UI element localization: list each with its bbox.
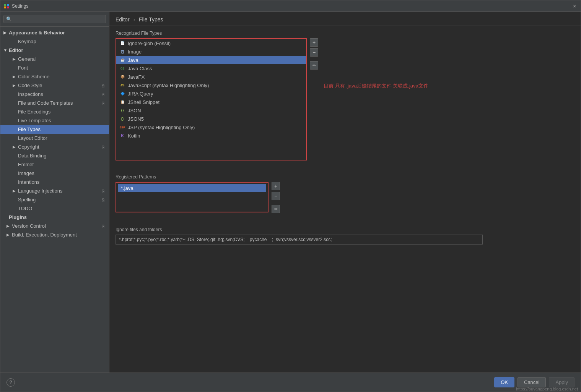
label-javascript: JavaScript (syntax Highlighting Only) [128,83,209,88]
copy-icon-versioncontrol: ⎘ [102,224,104,228]
sidebar-item-inspections[interactable]: Inspections ⎘ [0,90,109,99]
svg-rect-2 [4,6,6,8]
sidebar-item-todo[interactable]: TODO [0,204,109,213]
label-jshellsnippet: JShell Snippet [128,99,159,105]
sidebar-item-font[interactable]: Font [0,63,109,72]
svg-rect-0 [4,4,6,6]
content-body: Recognized File Types 📄 Ignore-glob (Fos… [109,26,581,373]
ok-button[interactable]: OK [494,377,514,387]
sidebar-label-appearance: Appearance & Behavior [9,30,65,36]
list-item-kotlin[interactable]: K Kotlin [116,131,306,140]
remove-pattern-button[interactable]: − [272,192,280,200]
list-item-json5[interactable]: {} JSON5 [116,115,306,123]
sidebar-item-intentions[interactable]: Intentions [0,178,109,186]
sidebar-label-fileandcode: File and Code Templates [18,100,73,106]
list-item-jsp[interactable]: JSP JSP (syntax Highlighting Only) [116,123,306,131]
icon-java: ☕ [119,57,125,63]
registered-patterns-section: Registered Patterns *.java + − [116,174,574,213]
sidebar-item-editor[interactable]: ▼ Editor [0,46,109,55]
sidebar-item-layouteditor[interactable]: Layout Editor [0,134,109,143]
label-java: Java [128,57,138,63]
svg-rect-1 [7,4,9,6]
list-item-jshellsnippet[interactable]: 📋 JShell Snippet [116,98,306,106]
sidebar-item-fileencodings[interactable]: File Encodings [0,107,109,116]
sidebar-item-versioncontrol[interactable]: ▶ Version Control ⎘ [0,222,109,230]
close-button[interactable]: × [571,3,578,9]
sidebar-label-filetypes: File Types [18,126,41,132]
sidebar-label-spelling: Spelling [18,197,36,202]
content-area: Editor › File Types Recognized File Type… [109,12,581,373]
help-button[interactable]: ? [7,378,15,387]
sidebar-item-emmet[interactable]: Emmet [0,160,109,169]
sidebar-nav: ▶ Appearance & Behavior Keymap ▼ Editor … [0,27,109,373]
list-item-javaclass[interactable]: 01 Java Class [116,64,306,73]
file-types-row: 📄 Ignore-glob (Fossil) 🖼 Image [116,38,574,160]
sidebar-item-plugins[interactable]: Plugins [0,213,109,222]
list-item-json[interactable]: {} JSON [116,106,306,115]
search-input[interactable] [13,16,103,22]
footer-left: ? [7,378,491,387]
arrow-editor-icon: ▼ [3,48,7,52]
label-json: JSON [128,108,141,113]
sidebar-item-appearance[interactable]: ▶ Appearance & Behavior [0,28,109,37]
add-file-type-button[interactable]: + [310,38,318,47]
edit-pattern-button[interactable]: ✏ [272,205,280,213]
sidebar-item-spelling[interactable]: Spelling ⎘ [0,195,109,204]
sidebar-item-copyright[interactable]: ▶ Copyright ⎘ [0,143,109,151]
sidebar-label-todo: TODO [18,206,32,211]
file-types-list[interactable]: 📄 Ignore-glob (Fossil) 🖼 Image [116,38,307,160]
copy-icon-spelling: ⎘ [102,198,104,202]
label-kotlin: Kotlin [128,133,140,139]
sidebar: 🔍 ▶ Appearance & Behavior Keymap ▼ [0,12,109,373]
sidebar-item-databinding[interactable]: Data Binding [0,151,109,160]
left-panel: Recognized File Types 📄 Ignore-glob (Fos… [116,31,574,368]
list-item-jiraquery[interactable]: 🔷 JIRA Query [116,89,306,98]
file-types-controls: + − ✏ [310,38,318,70]
sidebar-item-colorscheme[interactable]: ▶ Color Scheme [0,72,109,81]
search-wrapper[interactable]: 🔍 [3,15,106,23]
sidebar-item-general[interactable]: ▶ General [0,55,109,63]
list-item-javafx[interactable]: 📦 JavaFX [116,73,306,81]
list-item-java[interactable]: ☕ Java [116,56,306,64]
icon-ignoreglobfossil: 📄 [119,40,125,46]
sidebar-label-keymap: Keymap [18,39,36,44]
svg-rect-3 [7,6,9,8]
sidebar-item-keymap[interactable]: Keymap [0,37,109,46]
icon-json5: {} [119,116,125,122]
patterns-list[interactable]: *.java [116,182,269,212]
arrow-general-icon: ▶ [13,57,16,61]
sidebar-label-general: General [18,56,36,62]
sidebar-item-build[interactable]: ▶ Build, Execution, Deployment [0,230,109,239]
ignore-input[interactable]: *.hprof;*.pyc;*.pyo;*.rbc;*.yarb;*~;.DS_… [116,235,483,245]
window-title: Settings [12,3,571,9]
list-item-javascript[interactable]: JS JavaScript (syntax Highlighting Only) [116,81,306,89]
list-item-image[interactable]: 🖼 Image [116,47,306,56]
copy-icon-langinjections: ⎘ [102,189,104,193]
arrow-color-icon: ▶ [13,75,16,79]
label-pattern-java: *.java [121,185,133,191]
sidebar-item-images[interactable]: Images [0,169,109,178]
sidebar-label-codestyle: Code Style [18,83,42,88]
list-item-ignoreglobfossil[interactable]: 📄 Ignore-glob (Fossil) [116,39,306,47]
edit-file-type-button[interactable]: ✏ [310,61,318,70]
sidebar-item-filetypes[interactable]: File Types [0,125,109,134]
icon-javaclass: 01 [119,65,125,71]
sidebar-item-fileandcode[interactable]: File and Code Templates ⎘ [0,99,109,107]
sidebar-label-languageinjections: Language Injections [18,188,62,194]
sidebar-label-copyright: Copyright [18,144,39,150]
breadcrumb-separator: › [133,16,135,23]
sidebar-item-codestyle[interactable]: ▶ Code Style ⎘ [0,81,109,90]
apply-button[interactable]: Apply [549,377,574,387]
cancel-button[interactable]: Cancel [518,377,546,387]
sidebar-label-plugins: Plugins [9,214,27,220]
url-hint: https://ouyangpeng.blog.csdn.net [516,387,578,391]
add-pattern-button[interactable]: + [272,182,280,190]
settings-window: Settings × 🔍 ▶ Appearance & Behavior [0,0,581,392]
remove-file-type-button[interactable]: − [310,48,318,57]
sidebar-item-languageinjections[interactable]: ▶ Language Injections ⎘ [0,186,109,195]
sidebar-item-livetemplates[interactable]: Live Templates [0,116,109,125]
icon-jiraquery: 🔷 [119,91,125,97]
sidebar-label-intentions: Intentions [18,179,39,185]
pattern-item-java[interactable]: *.java [118,184,266,192]
label-image: Image [128,49,142,55]
